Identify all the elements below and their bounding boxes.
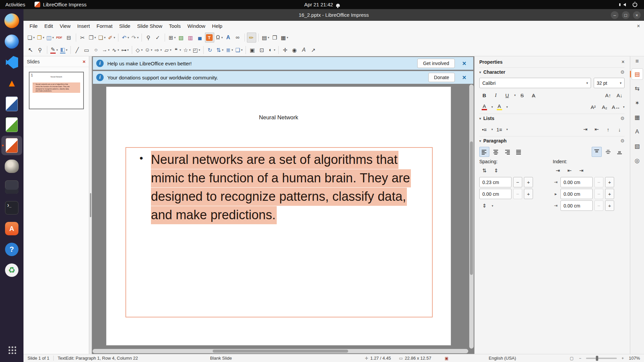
open-file-button[interactable]: ❒ ▾: [36, 33, 46, 43]
browser-launcher[interactable]: [1, 32, 22, 51]
flip-button[interactable]: ⇅ ▾: [215, 45, 225, 55]
switch-indent-button[interactable]: ⇥: [576, 166, 586, 176]
chevron-down-icon[interactable]: ▾: [617, 81, 622, 85]
find-replace-button[interactable]: ⚲: [144, 33, 153, 43]
superscript-button[interactable]: A²: [588, 102, 598, 112]
line-spacing-button[interactable]: ⇕: [479, 201, 489, 211]
menu-item[interactable]: Tools: [166, 22, 184, 30]
rotate-button[interactable]: ↻: [206, 45, 215, 55]
spelling-button[interactable]: ✓: [153, 33, 163, 43]
slide-thumbnail[interactable]: 1 Neural Network • Neural networks are a…: [29, 72, 84, 109]
character-section-header[interactable]: ▾ Character ⚙: [479, 67, 625, 76]
menu-item[interactable]: View: [56, 22, 74, 30]
highlight-color-button[interactable]: A: [494, 102, 504, 112]
splitter-handle[interactable]: [90, 193, 91, 217]
zoom-in-icon[interactable]: +: [622, 356, 624, 361]
vertical-scrollbar-thumb[interactable]: [470, 141, 473, 275]
duplicate-slide-button[interactable]: ❐: [270, 33, 280, 43]
app-center-launcher[interactable]: A: [1, 219, 22, 238]
first-line-indent-minus-button[interactable]: −: [594, 200, 603, 211]
block-arrows-button[interactable]: ⇨ ▾: [153, 45, 163, 55]
increase-indent-button[interactable]: ⇥: [553, 166, 563, 176]
redo-button[interactable]: ↷ ▾: [130, 33, 140, 43]
character-spacing-dropdown-icon[interactable]: ▾: [623, 105, 625, 109]
strikethrough-button[interactable]: S: [517, 90, 527, 100]
demote-button[interactable]: ⇥: [580, 124, 590, 134]
arrange-button[interactable]: ❏ ▾: [234, 45, 244, 55]
sidebar-settings-icon[interactable]: ≡: [636, 58, 639, 65]
pane-splitter[interactable]: [89, 56, 92, 354]
spacing-above-icon[interactable]: ⇅: [479, 166, 489, 176]
promote-button[interactable]: ⇤: [592, 124, 602, 134]
callout-shapes-button[interactable]: ❝ ▾: [172, 45, 182, 55]
symbol-shapes-button[interactable]: ☺ ▾: [144, 45, 153, 55]
move-up-button[interactable]: ↑: [603, 124, 613, 134]
menu-item[interactable]: File: [26, 22, 41, 30]
decrease-font-size-button[interactable]: A↓: [614, 90, 625, 100]
curves-polygons-button[interactable]: ∿ ▾: [111, 45, 120, 55]
rectangle-tool-button[interactable]: ▭: [82, 45, 92, 55]
fontwork-gallery-button[interactable]: A: [300, 45, 309, 55]
lines-arrows-button[interactable]: → ▾: [101, 45, 111, 55]
before-text-indent-minus-button[interactable]: −: [594, 177, 603, 187]
zoom-slider[interactable]: [586, 358, 617, 359]
object-size-status[interactable]: ▭ 22.86 x 12.57: [399, 356, 431, 361]
menu-item[interactable]: Slide Show: [134, 22, 166, 30]
document-modified-icon[interactable]: ▣: [445, 356, 448, 361]
font-name-combobox[interactable]: Calibri ▾: [479, 78, 591, 88]
libreoffice-calc-launcher[interactable]: [1, 115, 22, 134]
cut-button[interactable]: ✂: [78, 33, 88, 43]
font-size-combobox[interactable]: 32 pt ▾: [594, 78, 625, 88]
libreoffice-writer-launcher[interactable]: [1, 94, 22, 114]
spacing-above-plus-button[interactable]: +: [524, 177, 533, 187]
slides-panel-close-icon[interactable]: ×: [83, 59, 86, 64]
edit-points-button[interactable]: ✛: [281, 45, 290, 55]
help-launcher[interactable]: ?: [1, 240, 22, 259]
first-line-indent-input[interactable]: [560, 200, 593, 211]
animation-deck-tab[interactable]: ✶: [632, 97, 643, 109]
align-left-button[interactable]: [479, 147, 489, 157]
infobar-action-button[interactable]: Donate: [428, 73, 455, 82]
close-document-button[interactable]: ×: [637, 23, 640, 29]
system-status-area[interactable]: [622, 2, 644, 7]
unordered-list-button[interactable]: •≡: [479, 124, 489, 134]
glue-points-button[interactable]: ◉: [290, 45, 300, 55]
paragraph-settings-gear-icon[interactable]: ⚙: [620, 138, 625, 143]
language-status[interactable]: English (USA): [489, 356, 516, 361]
crop-button[interactable]: ⊡: [257, 45, 267, 55]
horizontal-scrollbar-thumb[interactable]: [213, 350, 348, 353]
before-text-indent-plus-button[interactable]: +: [605, 177, 614, 187]
clock-button[interactable]: Apr 21 21:42: [304, 0, 340, 9]
maximize-button[interactable]: □: [622, 11, 630, 19]
slide-layout-button[interactable]: ▦ ▾: [280, 33, 289, 43]
zoom-level-status[interactable]: 107%: [624, 356, 640, 361]
lists-section-header[interactable]: ▾ Lists ⚙: [479, 114, 625, 123]
subscript-button[interactable]: A₂: [599, 102, 609, 112]
spacing-below-plus-button[interactable]: +: [524, 189, 533, 199]
menu-item[interactable]: Insert: [74, 22, 93, 30]
vscode-launcher[interactable]: [1, 53, 22, 72]
fill-color-button[interactable]: ◧ ▾: [59, 45, 69, 55]
copy-button[interactable]: ❐ ▾: [88, 33, 97, 43]
text-box-editing[interactable]: • Neural networks are a set of algorithm…: [125, 147, 433, 317]
insert-line-button[interactable]: ╱: [73, 45, 82, 55]
menu-item[interactable]: Edit: [41, 22, 56, 30]
horizontal-scrollbar[interactable]: [93, 349, 468, 353]
before-text-indent-input[interactable]: [560, 177, 593, 187]
zoom-tool-button[interactable]: ⚲: [36, 45, 45, 55]
menu-item[interactable]: Help: [209, 22, 226, 30]
star-shapes-button[interactable]: ☆ ▾: [182, 45, 192, 55]
after-text-indent-plus-button[interactable]: +: [605, 189, 614, 199]
fontwork-button[interactable]: A: [224, 33, 233, 43]
chevron-down-icon[interactable]: ▾: [584, 81, 588, 85]
print-button[interactable]: ⊟: [64, 33, 74, 43]
paragraph-section-header[interactable]: ▾ Paragraph ⚙: [479, 136, 625, 145]
ordered-list-dropdown-icon[interactable]: ▾: [506, 128, 508, 131]
properties-close-icon[interactable]: ×: [622, 59, 625, 65]
flowchart-shapes-button[interactable]: ▱ ▾: [163, 45, 173, 55]
focused-app-indicator[interactable]: LibreOffice Impress: [35, 2, 87, 7]
cursor-position-status[interactable]: ✛ 1.27 / 4.45: [365, 356, 391, 361]
window-title-bar[interactable]: 16_2.pptx - LibreOffice Impress – □ ×: [23, 9, 644, 21]
slide-page[interactable]: Neural Network • Neural networks are a s…: [106, 86, 451, 346]
ellipse-tool-button[interactable]: ○: [92, 45, 101, 55]
